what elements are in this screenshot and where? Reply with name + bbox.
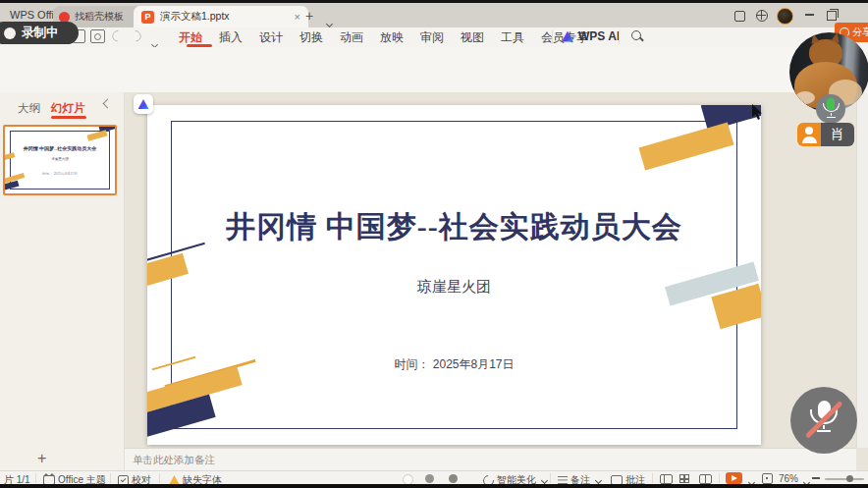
menu-transition[interactable]: 切换 (299, 29, 323, 46)
template-store-icon (59, 12, 70, 23)
print-preview-icon[interactable] (90, 29, 105, 43)
recorder-dot-2[interactable] (425, 474, 434, 483)
menu-design[interactable]: 设计 (259, 29, 283, 46)
menu-review[interactable]: 审阅 (420, 29, 444, 46)
tab-bar: WPS Office 找稻壳模板 P 演示文稿1.pptx × + (0, 3, 868, 27)
add-slide-button[interactable]: + (37, 450, 46, 467)
thumb-title: 井冈情 中国梦--社会实践动员大会 (5, 145, 115, 151)
wps-ai-logo-icon (562, 31, 573, 42)
user-avatar[interactable] (777, 8, 793, 25)
globe-icon[interactable] (756, 10, 768, 22)
reading-view-icon[interactable] (699, 474, 712, 484)
recorder-dot-3[interactable] (449, 474, 458, 483)
presenter-name-badge[interactable]: 肖 (821, 123, 854, 146)
slide-thumbnail-1[interactable]: 井冈情 中国梦--社会实践动员大会 琼崖星火团 时间： 2025年8月17日 (3, 125, 117, 195)
right-panel-sliver (856, 92, 868, 448)
slide-date[interactable]: 时间： 2025年8月17日 (147, 356, 761, 373)
zoom-out-icon[interactable] (812, 477, 820, 479)
tab-slides[interactable]: 幻灯片 (51, 101, 85, 116)
tab-outline[interactable]: 大纲 (18, 101, 40, 116)
slide-title[interactable]: 井冈情 中国梦--社会实践动员大会 (147, 207, 761, 247)
thumb-subtitle: 琼崖星火团 (5, 157, 115, 161)
wps-presentation-window: WPS Office 找稻壳模板 P 演示文稿1.pptx × + (0, 0, 868, 488)
zoom-level[interactable]: 76% (779, 473, 798, 484)
slide-sorter-icon[interactable] (679, 474, 689, 483)
recording-badge: 录制中 (0, 22, 79, 44)
workspace-icon[interactable] (734, 11, 745, 22)
recorder-logo-icon (4, 27, 16, 39)
collapse-panel-icon[interactable] (103, 99, 113, 109)
normal-view-icon[interactable] (660, 474, 673, 484)
menu-home[interactable]: 开始 (179, 29, 202, 46)
fit-slide-icon[interactable] (762, 473, 773, 484)
status-bar: 片 1/1 Office 主题 校对 缺失字体 智能美化 (0, 470, 868, 485)
slide-page[interactable]: 井冈情 中国梦--社会实践动员大会 琼崖星火团 时间： 2025年8月17日 (147, 105, 761, 445)
zoom-slider-handle[interactable] (846, 475, 853, 482)
menu-insert[interactable]: 插入 (219, 29, 243, 46)
close-tab-icon[interactable]: × (295, 11, 300, 23)
notes-pane[interactable]: 单击此处添加备注 (125, 448, 856, 471)
notes-placeholder: 单击此处添加备注 (125, 449, 856, 467)
presenter-badge-icon-box[interactable] (797, 123, 821, 146)
tab-slides-underline (51, 116, 86, 119)
play-icon (732, 475, 737, 481)
minimize-icon[interactable] (805, 14, 814, 16)
wps-ai-float-button[interactable] (134, 94, 153, 114)
thumb-date: 时间： 2025年8月17日 (5, 172, 115, 176)
tab-document[interactable]: P 演示文稿1.pptx × (134, 6, 308, 27)
zoom-slider[interactable] (825, 478, 864, 480)
slide-subtitle[interactable]: 琼崖星火团 (147, 278, 761, 297)
screen-bottom-edge (0, 484, 868, 488)
menu-view[interactable]: 视图 (461, 29, 484, 46)
menu-wps-ai[interactable]: WPS AI (562, 29, 620, 43)
pptx-file-icon: P (141, 11, 154, 24)
mute-microphone-button[interactable] (790, 387, 857, 454)
menu-slideshow[interactable]: 放映 (380, 29, 404, 46)
search-icon[interactable] (631, 30, 641, 40)
restore-window-icon[interactable] (827, 11, 837, 21)
mic-status-badge[interactable] (816, 94, 845, 124)
redo-icon[interactable] (128, 27, 143, 43)
wps-ai-float-icon (138, 99, 149, 109)
undo-icon[interactable] (110, 27, 126, 43)
menu-animation[interactable]: 动画 (340, 29, 363, 46)
person-icon (805, 127, 813, 135)
menu-tools[interactable]: 工具 (501, 29, 524, 46)
new-tab-button[interactable]: + (305, 8, 313, 24)
ribbon-toolbar: 格式刷 粘贴 当页开始 + 新建幻灯片 (0, 47, 868, 93)
slideshow-play-button[interactable] (726, 472, 742, 484)
menu-row: 开始 插入 设计 切换 动画 放映 审阅 视图 工具 会员专享 WPS AI (0, 27, 868, 47)
